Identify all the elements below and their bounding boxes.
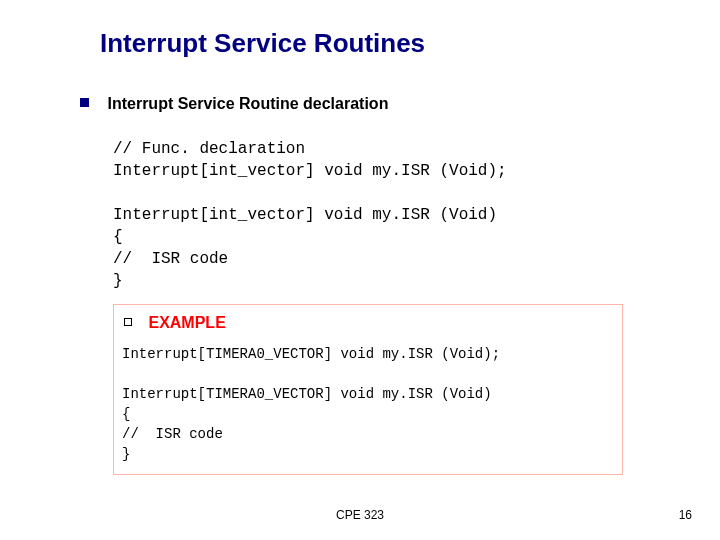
code-block-example: Interrupt[TIMERA0_VECTOR] void my.ISR (V… <box>122 344 616 464</box>
subheading-text: Interrupt Service Routine declaration <box>107 95 388 113</box>
slide: Interrupt Service Routines Interrupt Ser… <box>0 0 720 540</box>
example-label: EXAMPLE <box>148 314 225 332</box>
bullet-outline-icon <box>124 318 132 326</box>
subheading-row: Interrupt Service Routine declaration <box>80 94 650 118</box>
example-box: EXAMPLE Interrupt[TIMERA0_VECTOR] void m… <box>113 304 623 475</box>
slide-title: Interrupt Service Routines <box>100 28 425 59</box>
example-heading-row: EXAMPLE <box>124 313 616 332</box>
page-number: 16 <box>679 508 692 522</box>
footer-center: CPE 323 <box>0 508 720 522</box>
bullet-icon <box>80 98 89 107</box>
code-block-main: // Func. declaration Interrupt[int_vecto… <box>113 138 673 292</box>
